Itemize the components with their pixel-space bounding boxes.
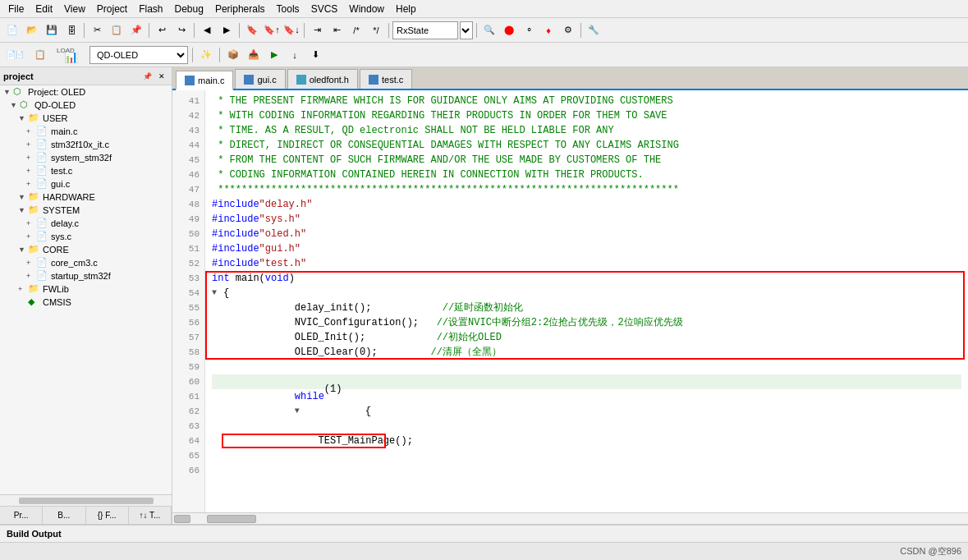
- project-icon: ⬡: [20, 99, 33, 111]
- tree-delay-c[interactable]: + 📄 delay.c: [0, 217, 172, 230]
- menu-debug[interactable]: Debug: [170, 2, 209, 16]
- prev-bookmark-btn[interactable]: 🔖↑: [263, 21, 281, 39]
- build-output-label: Build Output: [7, 529, 62, 539]
- folder-icon: 📁: [28, 204, 41, 216]
- save-btn[interactable]: 💾: [43, 21, 61, 39]
- main-layout: project 📌 ✕ ▼ ⬡ Project: OLED ▼ ⬡ QD-OLE…: [0, 67, 968, 524]
- project-dropdown[interactable]: QD-OLED: [89, 46, 188, 64]
- code-line-64: TEST_MainPage();: [212, 434, 961, 448]
- load2-btn[interactable]: 📥: [245, 46, 263, 64]
- tab-gui-c[interactable]: gui.c: [235, 69, 285, 89]
- debug-start-btn[interactable]: ⬤: [500, 21, 518, 39]
- menu-tools[interactable]: Tools: [272, 2, 305, 16]
- tree-label: test.c: [51, 166, 72, 176]
- tree-project-oled[interactable]: ▼ ⬡ Project: OLED: [0, 85, 172, 99]
- tree-system-folder[interactable]: ▼ 📁 SYSTEM: [0, 204, 172, 217]
- new-icon-btn[interactable]: 📄📄: [3, 46, 26, 64]
- fold-62[interactable]: ▼: [295, 404, 306, 419]
- rxstate-dropdown[interactable]: [460, 21, 473, 39]
- tree-label: FWLib: [43, 284, 69, 294]
- tree-sys-c[interactable]: + 📄 sys.c: [0, 230, 172, 243]
- scroll-thumb[interactable]: [207, 515, 256, 523]
- menu-edit[interactable]: Edit: [30, 2, 57, 16]
- tree-fwlib-folder[interactable]: + 📁 FWLib: [0, 282, 172, 296]
- new-file-btn[interactable]: 📄: [3, 21, 21, 39]
- menu-svcs[interactable]: SVCS: [306, 2, 343, 16]
- file-icon: 📄: [36, 178, 49, 190]
- uncomment-btn[interactable]: */: [367, 21, 385, 39]
- menu-flash[interactable]: Flash: [134, 2, 167, 16]
- menu-window[interactable]: Window: [344, 2, 389, 16]
- tree-user-folder[interactable]: ▼ 📁 USER: [0, 112, 172, 125]
- tree-label: gui.c: [51, 179, 70, 189]
- save-all-btn[interactable]: 🗄: [62, 21, 80, 39]
- sep7: [476, 23, 477, 38]
- settings-btn[interactable]: 🔧: [585, 21, 603, 39]
- rxstate-input[interactable]: [392, 21, 458, 39]
- undo-btn[interactable]: ↩: [153, 21, 171, 39]
- tree-qd-oled[interactable]: ▼ ⬡ QD-OLED: [0, 99, 172, 112]
- tree-hardware-folder[interactable]: ▼ 📁 HARDWARE: [0, 190, 172, 204]
- tree-main-c[interactable]: + 📄 main.c: [0, 125, 172, 138]
- tree-cmsis[interactable]: ◆ CMSIS: [0, 296, 172, 309]
- tree-stm32-it[interactable]: + 📄 stm32f10x_it.c: [0, 138, 172, 151]
- download-btn[interactable]: ⬇: [306, 46, 324, 64]
- tab-oledfont-h[interactable]: oledfont.h: [287, 69, 358, 89]
- pkg-btn[interactable]: 📦: [224, 46, 242, 64]
- menu-file[interactable]: File: [3, 2, 29, 16]
- redo-btn[interactable]: ↪: [172, 21, 190, 39]
- code-line-62: ▼ {: [212, 404, 961, 419]
- load-btn[interactable]: LOAD 📊: [54, 46, 87, 64]
- run-btn[interactable]: ▶: [265, 46, 283, 64]
- tree-arrow: ▼: [18, 246, 28, 254]
- tree-arrow: +: [26, 127, 36, 135]
- sidebar-tab-books[interactable]: B...: [43, 507, 85, 524]
- paste-btn[interactable]: 📌: [127, 21, 145, 39]
- folder-icon: 📁: [28, 191, 41, 203]
- copy-btn[interactable]: 📋: [108, 21, 126, 39]
- sidebar-bottom-tabs: Pr... B... {} F... ↑↓ T...: [0, 506, 172, 524]
- debug-pause-btn[interactable]: ♦: [539, 21, 557, 39]
- sidebar-title: project: [3, 71, 34, 81]
- next-bookmark-btn[interactable]: 🔖↓: [282, 21, 300, 39]
- menu-project[interactable]: Project: [92, 2, 132, 16]
- sidebar-tab-templates[interactable]: ↑↓ T...: [129, 507, 172, 524]
- horizontal-scrollbar[interactable]: [172, 512, 968, 524]
- code-line-50: #include "oled.h": [212, 227, 961, 241]
- debug-stop-btn[interactable]: ⚬: [520, 21, 538, 39]
- tree-test-c[interactable]: + 📄 test.c: [0, 164, 172, 177]
- tree-arrow: +: [26, 167, 36, 175]
- forward-btn[interactable]: ▶: [218, 21, 236, 39]
- scroll-left-btn[interactable]: [174, 515, 190, 523]
- sidebar-tab-project[interactable]: Pr...: [0, 507, 43, 524]
- tree-core-cm3[interactable]: + 📄 core_cm3.c: [0, 256, 172, 269]
- comment-btn[interactable]: /*: [347, 21, 365, 39]
- icon2-btn[interactable]: 📋: [29, 46, 52, 64]
- cut-btn[interactable]: ✂: [88, 21, 106, 39]
- wand-btn[interactable]: ✨: [197, 46, 215, 64]
- bookmark-btn[interactable]: 🔖: [243, 21, 261, 39]
- step-btn[interactable]: ↓: [286, 46, 304, 64]
- menu-help[interactable]: Help: [391, 2, 421, 16]
- tree-core-folder[interactable]: ▼ 📁 CORE: [0, 243, 172, 256]
- back-btn[interactable]: ◀: [198, 21, 216, 39]
- sidebar-close-btn[interactable]: ✕: [155, 70, 168, 83]
- tab-main-c[interactable]: main.c: [176, 71, 233, 90]
- tab-test-c[interactable]: test.c: [360, 69, 412, 89]
- tree-system-stm32[interactable]: + 📄 system_stm32f: [0, 151, 172, 164]
- find-btn[interactable]: 🔍: [480, 21, 498, 39]
- indent-btn[interactable]: ⇥: [308, 21, 326, 39]
- menu-view[interactable]: View: [59, 2, 90, 16]
- menu-peripherals[interactable]: Peripherals: [210, 2, 270, 16]
- sidebar-tab-functions[interactable]: {} F...: [86, 507, 129, 524]
- tab-file-icon: [296, 75, 306, 85]
- open-btn[interactable]: 📂: [23, 21, 41, 39]
- debug-config-btn[interactable]: ⚙: [559, 21, 577, 39]
- sidebar-pin-btn[interactable]: 📌: [140, 70, 154, 83]
- code-content[interactable]: * THE PRESENT FIRMWARE WHICH IS FOR GUID…: [205, 90, 968, 512]
- tree-label: HARDWARE: [43, 192, 95, 202]
- tree-gui-c[interactable]: + 📄 gui.c: [0, 177, 172, 190]
- sidebar-scroll[interactable]: [0, 494, 172, 506]
- unindent-btn[interactable]: ⇤: [328, 21, 346, 39]
- tree-startup[interactable]: + 📄 startup_stm32f: [0, 269, 172, 282]
